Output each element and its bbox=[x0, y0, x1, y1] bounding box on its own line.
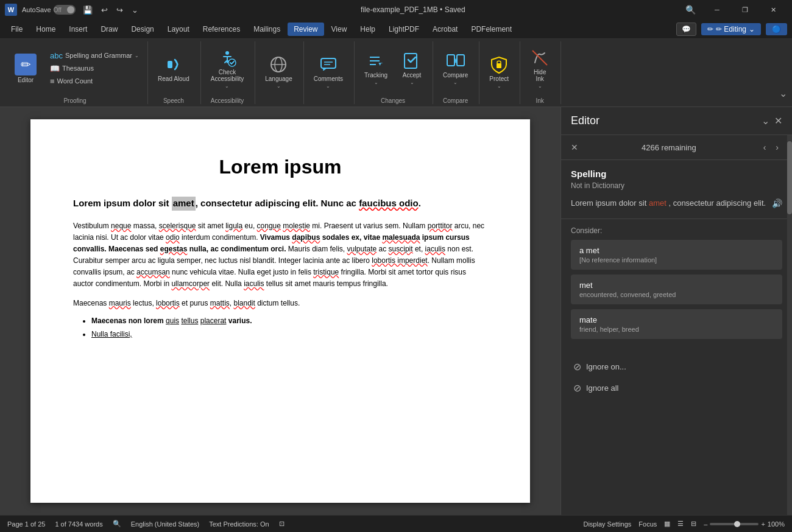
suggestion-card-3[interactable]: mate friend, helper, breed bbox=[571, 309, 782, 339]
zoom-slider[interactable] bbox=[710, 523, 758, 525]
protect-chevron: ⌄ bbox=[497, 83, 501, 89]
compare-group-label: Compare bbox=[437, 95, 474, 104]
ribbon-protect-tools: Protect ⌄ bbox=[483, 41, 515, 102]
ignore-on-button[interactable]: ⊘ Ignore on... bbox=[571, 356, 782, 377]
consider-section: Consider: a met [No reference informatio… bbox=[561, 219, 792, 351]
hide-ink-button[interactable]: HideInk ⌄ bbox=[524, 44, 556, 93]
check-accessibility-button[interactable]: CheckAccessibility ⌄ bbox=[205, 44, 250, 93]
layout-icon-2[interactable]: ☰ bbox=[677, 520, 684, 528]
compare-button[interactable]: Compare ⌄ bbox=[437, 44, 474, 93]
menu-layout[interactable]: Layout bbox=[161, 23, 196, 36]
accept-button[interactable]: Accept ⌄ bbox=[396, 44, 428, 93]
menu-review[interactable]: Review bbox=[288, 23, 324, 36]
protect-group-label bbox=[483, 102, 515, 104]
doc-paragraph-1: Vestibulum neque massa, scelerisque sit … bbox=[73, 220, 487, 290]
menu-view[interactable]: View bbox=[325, 23, 353, 36]
menu-references[interactable]: References bbox=[197, 23, 246, 36]
editor-button[interactable]: ✏ Editor bbox=[7, 44, 44, 93]
autosave-area: AutoSave Off bbox=[22, 5, 76, 15]
suggestion-def-1: [No reference information] bbox=[579, 256, 774, 264]
accessibility-status-icon[interactable]: 🔍 bbox=[113, 520, 121, 528]
ignore-all-icon: ⊘ bbox=[573, 382, 581, 394]
undo-icon[interactable]: ↩ bbox=[99, 4, 110, 16]
close-button[interactable]: ✕ bbox=[759, 0, 787, 19]
zoom-plus[interactable]: + bbox=[761, 520, 765, 528]
menu-file[interactable]: File bbox=[5, 23, 29, 36]
spelling-grammar-button[interactable]: abc Spelling and Grammar ⌄ bbox=[46, 50, 143, 61]
language-button[interactable]: Language ⌄ bbox=[259, 47, 299, 96]
ribbon-comments-tools: Comments ⌄ bbox=[308, 41, 349, 102]
scrollbar-thumb bbox=[787, 141, 792, 214]
display-settings[interactable]: Display Settings bbox=[583, 520, 631, 528]
protect-label: Protect bbox=[489, 75, 509, 82]
menu-help[interactable]: Help bbox=[354, 23, 381, 36]
menu-acrobat[interactable]: Acrobat bbox=[426, 23, 464, 36]
menu-mailings[interactable]: Mailings bbox=[247, 23, 286, 36]
spelling-section: Spelling Not in Dictionary Lorem ipsum d… bbox=[561, 160, 792, 219]
editor-collapse-icon[interactable]: ⌄ bbox=[762, 115, 769, 127]
ignore-on-label: Ignore on... bbox=[586, 362, 626, 371]
ribbon-expand[interactable]: ⌄ bbox=[779, 41, 787, 104]
protect-button[interactable]: Protect ⌄ bbox=[483, 47, 515, 96]
thesaurus-icon: 📖 bbox=[50, 64, 60, 73]
autosave-toggle[interactable]: Off bbox=[54, 5, 76, 15]
sound-icon[interactable]: 🔊 bbox=[772, 197, 782, 210]
suggestion-card-1[interactable]: a met [No reference information] bbox=[571, 240, 782, 270]
language-icon bbox=[269, 55, 288, 74]
editing-button[interactable]: ✏ ✏ Editing ⌄ bbox=[701, 23, 761, 35]
next-arrow[interactable]: › bbox=[772, 141, 782, 153]
preview-before: Lorem ipsum dolor sit bbox=[571, 198, 646, 208]
ribbon-group-speech: Read Aloud Speech bbox=[149, 41, 201, 104]
toggle-knob bbox=[67, 6, 74, 13]
thesaurus-button[interactable]: 📖 Thesaurus bbox=[46, 63, 143, 74]
comments-ribbon-button[interactable]: Comments ⌄ bbox=[308, 47, 349, 96]
comments-chevron: ⌄ bbox=[326, 83, 330, 89]
restore-button[interactable]: ❐ bbox=[731, 0, 759, 19]
share-button[interactable]: 🔵 bbox=[766, 23, 787, 35]
focus-mode[interactable]: Focus bbox=[638, 520, 657, 528]
editor-scrollbar[interactable] bbox=[787, 135, 792, 515]
menu-pdelement[interactable]: PDFelement bbox=[465, 23, 518, 36]
menu-lightpdf[interactable]: LightPDF bbox=[383, 23, 425, 36]
editor-panel: Editor ⌄ ✕ ✕ 4266 remaining ‹ › Spelling… bbox=[560, 107, 792, 515]
ignore-all-button[interactable]: ⊘ Ignore all bbox=[571, 377, 782, 399]
language-label: Language bbox=[265, 75, 292, 82]
ribbon-group-language: Language ⌄ bbox=[256, 41, 304, 104]
text-predictions[interactable]: Text Predictions: On bbox=[209, 520, 269, 528]
word-logo: W bbox=[5, 4, 17, 16]
save-icon[interactable]: 💾 bbox=[80, 4, 95, 16]
word-count-button[interactable]: ≡ Word Count bbox=[46, 75, 143, 87]
page-info: Page 1 of 25 bbox=[7, 520, 45, 528]
comments-button[interactable]: 💬 bbox=[676, 23, 696, 36]
layout-icon-1[interactable]: ▦ bbox=[664, 520, 670, 528]
language-status[interactable]: English (United States) bbox=[131, 520, 200, 528]
check-accessibility-label: CheckAccessibility bbox=[211, 69, 244, 82]
document-page: Lorem ipsum Lorem ipsum dolor sit amet, … bbox=[30, 119, 530, 503]
menu-draw[interactable]: Draw bbox=[94, 23, 124, 36]
macro-icon[interactable]: ⊡ bbox=[279, 520, 285, 528]
spelling-preview: Lorem ipsum dolor sit amet , consectetur… bbox=[571, 197, 782, 210]
speech-label: Speech bbox=[152, 95, 196, 104]
menu-home[interactable]: Home bbox=[30, 23, 62, 36]
list-item: Nulla facilisi, bbox=[91, 330, 487, 338]
amet-highlight: amet bbox=[172, 197, 196, 211]
more-icon[interactable]: ⌄ bbox=[129, 4, 141, 16]
remaining-count: 4266 remaining bbox=[642, 143, 696, 152]
layout-icon-3[interactable]: ⊟ bbox=[691, 520, 696, 528]
editor-close-icon[interactable]: ✕ bbox=[774, 115, 782, 127]
read-aloud-button[interactable]: Read Aloud bbox=[152, 44, 196, 93]
remaining-close[interactable]: ✕ bbox=[571, 142, 578, 152]
search-icon[interactable]: 🔍 bbox=[685, 5, 696, 15]
tracking-button[interactable]: Tracking ⌄ bbox=[358, 44, 394, 93]
ribbon-group-protect: Protect ⌄ bbox=[481, 41, 520, 104]
menu-insert[interactable]: Insert bbox=[63, 23, 93, 36]
redo-icon[interactable]: ↪ bbox=[114, 4, 126, 16]
editing-label: ✏ Editing bbox=[716, 25, 746, 33]
zoom-minus[interactable]: – bbox=[704, 520, 707, 528]
prev-arrow[interactable]: ‹ bbox=[760, 141, 770, 153]
minimize-button[interactable]: ─ bbox=[703, 0, 731, 19]
menu-design[interactable]: Design bbox=[125, 23, 160, 36]
suggestion-word-1: a met bbox=[579, 246, 774, 255]
doc-list: Maecenas non lorem quis tellus placerat … bbox=[91, 317, 487, 338]
suggestion-card-2[interactable]: met encountered, convened, greeted bbox=[571, 275, 782, 304]
